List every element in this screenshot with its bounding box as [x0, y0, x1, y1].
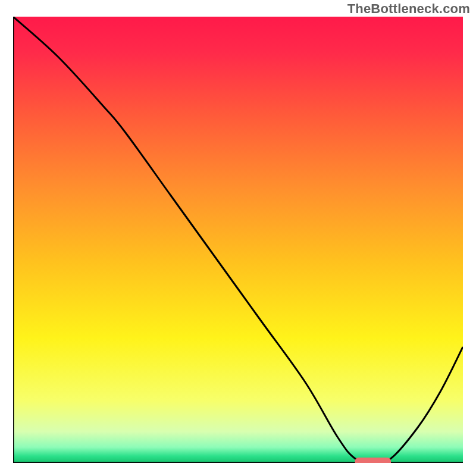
- gradient-background: [13, 17, 463, 463]
- watermark-text: TheBottleneck.com: [347, 1, 470, 17]
- chart-plot-area: [13, 17, 463, 463]
- optimal-range-marker: [355, 458, 391, 463]
- chart-container: TheBottleneck.com: [0, 0, 476, 476]
- bottleneck-chart-svg: [13, 17, 463, 463]
